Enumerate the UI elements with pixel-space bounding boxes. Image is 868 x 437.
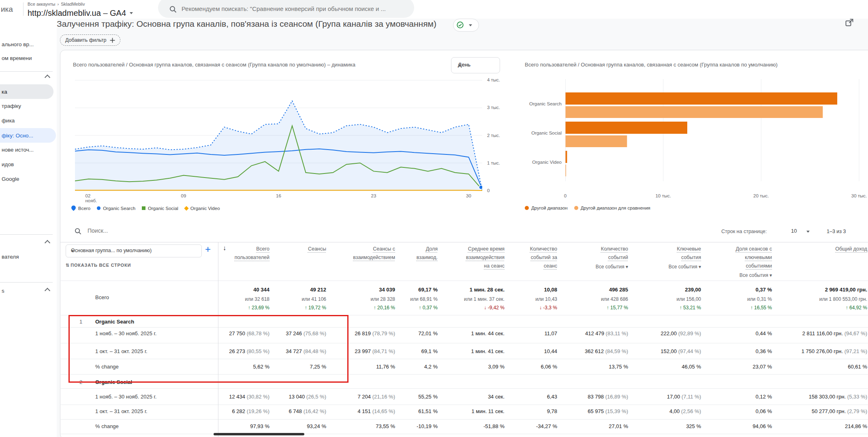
x-axis-tick-label: 30 <box>457 193 481 198</box>
breadcrumb-root[interactable]: Все аккаунты <box>28 2 56 6</box>
table-cell: 214,86 % <box>746 423 867 429</box>
ga4-report-page: ика Все аккаунты › SkladMebliv http://sk… <box>0 0 868 437</box>
search-icon <box>169 6 177 13</box>
rows-per-page-value[interactable]: 10 <box>791 228 797 234</box>
pin-icon <box>71 206 76 211</box>
show-all-rows-label: ПОКАЗАТЬ ВСЕ СТРОКИ <box>71 263 131 268</box>
chevron-up-icon[interactable] <box>45 75 50 80</box>
legend-item[interactable]: Organic Search <box>97 206 135 211</box>
global-search-input[interactable] <box>181 5 401 13</box>
sidebar-item[interactable]: s <box>0 287 4 295</box>
legend-item[interactable]: Другой диапазон для сравнения <box>574 206 650 210</box>
column-header[interactable]: Общий доход <box>746 245 867 253</box>
sidebar-item[interactable]: ального вр... <box>0 41 34 49</box>
x-axis-tick-label: 10 тыс. <box>652 193 675 198</box>
circle-marker-icon <box>525 206 529 210</box>
x-axis-tick-label: 16 <box>267 193 291 198</box>
expand-rows-icon: ⇅ <box>66 263 71 268</box>
sidebar-item[interactable]: фика <box>0 117 15 125</box>
bar-chart[interactable] <box>565 79 868 187</box>
date-range-label: % change <box>95 423 119 429</box>
sidebar-item-active[interactable]: ка <box>0 84 53 99</box>
report-nav-sidebar: ального вр...ом временикатрафікуфикафіку… <box>0 19 57 437</box>
sidebar-item-selected[interactable]: фіку: Осно... <box>0 128 56 143</box>
add-filter-button[interactable]: Добавить фильтр <box>60 34 120 46</box>
annotation-rectangle <box>68 315 348 383</box>
sidebar-item[interactable]: Google <box>0 175 19 183</box>
bar-chart-title: Всего пользователей / Основная группа ка… <box>525 62 778 68</box>
date-range-label: 1 нояб. – 30 нояб. 2025 г. <box>95 394 156 400</box>
sidebar-item[interactable]: трафіку <box>0 102 21 110</box>
line-chart-legend: Всего Organic Search Organic Social Orga… <box>71 206 220 211</box>
chevron-up-icon[interactable] <box>45 240 50 246</box>
chevron-down-icon <box>71 250 74 252</box>
bar-category-label: Organic Search <box>505 101 562 106</box>
legend-label: Organic Search <box>103 206 135 211</box>
topbar-divider <box>23 2 24 16</box>
table-row-divider <box>60 419 868 420</box>
legend-label: Другой диапазон для сравнения <box>581 206 650 210</box>
legend-label: Всего <box>78 206 90 211</box>
table-cell: 60,61 % <box>746 364 867 370</box>
table-row-divider <box>60 242 868 242</box>
property-selector[interactable]: http://skladmebliv.ua – GA4 <box>28 9 133 18</box>
chevron-down-icon[interactable] <box>806 231 810 233</box>
legend-item[interactable]: Organic Video <box>185 206 220 211</box>
x-axis-tick-label: 09 <box>171 193 196 198</box>
table-cell: 50 277,00 грн. (2,79 %) <box>746 408 867 414</box>
sidebar-item[interactable]: вателя <box>0 253 19 261</box>
plus-icon <box>110 38 115 43</box>
totals-change-value: ↑ 64,92 % <box>746 305 867 311</box>
legend-label: Organic Social <box>148 206 178 211</box>
chevron-down-icon <box>458 64 461 66</box>
page-title: Залучення трафіку: Основна група каналів… <box>57 19 436 29</box>
breadcrumb-account[interactable]: SkladMebliv <box>61 2 85 6</box>
sidebar-item[interactable]: идов <box>0 161 14 169</box>
report-status-control[interactable] <box>453 19 479 32</box>
share-report-icon[interactable] <box>844 18 854 28</box>
x-axis-tick-label: 0 <box>554 193 577 198</box>
legend-item[interactable]: Другой диапазон <box>525 206 568 210</box>
show-all-rows-button[interactable]: ⇅ ПОКАЗАТЬ ВСЕ СТРОКИ <box>66 263 131 268</box>
sidebar-divider <box>0 71 53 72</box>
search-icon <box>75 228 81 235</box>
property-name[interactable]: http://skladmebliv.ua – GA4 <box>28 9 126 18</box>
circle-marker-icon <box>97 206 100 210</box>
analytics-logo-fragment: ика <box>1 5 13 14</box>
x-axis-tick-label: 20 тыс. <box>750 193 772 198</box>
legend-label: Другой диапазон <box>531 206 568 210</box>
rows-per-page-label: Строк на странице: <box>721 229 767 234</box>
granularity-select[interactable]: День <box>451 57 500 73</box>
line-chart[interactable] <box>75 77 482 191</box>
sidebar-item[interactable]: нове источ... <box>0 146 34 154</box>
bar-chart-legend: Другой диапазон Другой диапазон для срав… <box>525 206 650 210</box>
square-marker-icon <box>142 206 145 210</box>
diamond-marker-icon <box>184 206 188 210</box>
chevron-up-icon[interactable] <box>45 288 50 293</box>
circle-marker-icon <box>574 206 578 210</box>
global-search[interactable] <box>158 0 414 18</box>
breadcrumb-separator-icon: › <box>58 2 59 6</box>
legend-item[interactable]: Всего <box>71 206 90 211</box>
y-axis-tick-label: 2 тыс. <box>487 133 500 138</box>
y-axis-tick-label: 4 тыс. <box>487 77 500 82</box>
breadcrumb[interactable]: Все аккаунты › SkladMebliv <box>28 2 85 6</box>
x-axis-tick-label: 30 тыс. <box>848 193 868 198</box>
table-row-divider <box>60 434 868 434</box>
sidebar-divider <box>0 282 53 283</box>
bar-category-label: Organic Social <box>505 131 562 135</box>
top-app-bar: ика Все аккаунты › SkladMebliv http://sk… <box>0 0 868 19</box>
bar-category-label: Organic Video <box>505 160 562 165</box>
table-search-input[interactable] <box>87 227 218 234</box>
add-filter-label: Добавить фильтр <box>65 37 107 43</box>
x-axis-tick-label: 02нояб. <box>86 193 110 203</box>
table-cell: 158 303,00 грн. (5,33 %) <box>746 394 867 400</box>
y-axis-tick-label: 1 тыс. <box>487 161 500 165</box>
sidebar-item[interactable]: ом времени <box>0 54 32 62</box>
sidebar-divider <box>0 234 53 235</box>
horizontal-scrollbar-thumb[interactable] <box>214 433 304 435</box>
x-axis-tick-label: 23 <box>361 193 386 198</box>
table-cell: 2 811 116,00 грн. (94,67 %) <box>746 330 867 336</box>
legend-item[interactable]: Organic Social <box>142 206 178 211</box>
table-row-divider <box>60 405 868 405</box>
